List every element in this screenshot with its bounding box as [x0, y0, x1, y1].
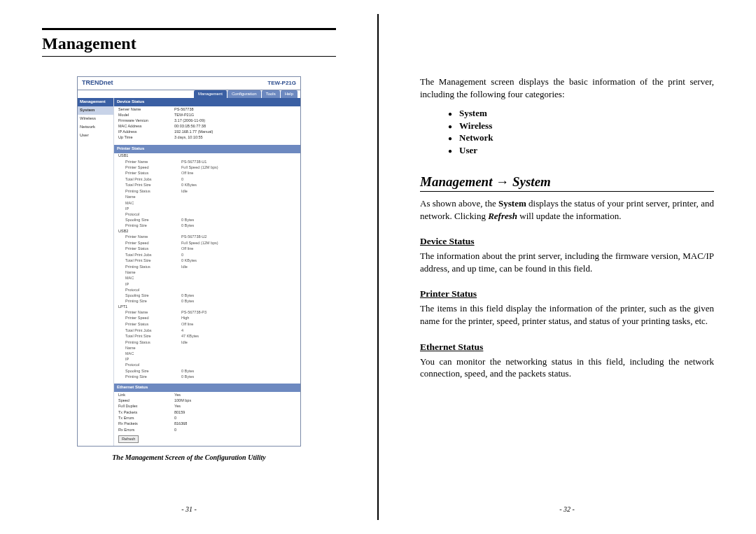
kv-row: Full DuplexYes — [114, 403, 300, 409]
heading-management: Management — [42, 33, 336, 56]
arrow-icon: → — [496, 174, 509, 189]
tab-management[interactable]: Management — [194, 90, 227, 99]
kv-row: MAC — [121, 276, 300, 281]
kv-row: Protocol — [121, 287, 300, 293]
heading-ethernet-status: Ethernet Status — [420, 342, 714, 353]
kv-row: IP — [121, 206, 300, 211]
kv-row: Total Print Jobs4 — [121, 328, 300, 333]
kv-row: MAC Address00:03:1B:56:77:38 — [114, 124, 300, 129]
screenshot-figure: TRENDnet TEW-P21G Management Configurati… — [77, 76, 301, 461]
kv-row: Printer StatusOff line — [121, 321, 300, 327]
kv-row: IP — [121, 281, 300, 287]
usb1-block: Printer NamePS-567738-U1Printer SpeedFul… — [114, 159, 300, 229]
ethernet-block: LinkYesSpeed100M bpsFull DuplexYesTx Pac… — [114, 392, 300, 433]
kv-row: Printer SpeedFull Speed (12M bps) — [121, 240, 300, 246]
page-right: The Management screen displays the basic… — [378, 0, 756, 534]
kv-row: Printing StatusIdle — [121, 265, 300, 270]
kv-row: LinkYes — [114, 392, 300, 398]
ethernet-status-bar: Ethernet Status — [114, 384, 300, 392]
kv-row: Speed100M bps — [114, 398, 300, 403]
refresh-button[interactable]: Refresh — [118, 435, 139, 443]
kv-row: Total Print Size0 KBytes — [121, 183, 300, 188]
sidebar-item-user[interactable]: User — [78, 132, 113, 140]
page-number-left: - 31 - — [0, 505, 378, 513]
printer-status-paragraph: The items in this field display the info… — [420, 302, 714, 327]
kv-row: Printing Size0 Bytes — [121, 298, 300, 304]
device-status-paragraph: The information about the print server, … — [420, 250, 714, 274]
kv-row: Total Print Size0 KBytes — [121, 258, 300, 263]
kv-row: Total Print Jobs0 — [121, 252, 300, 258]
kv-row: Spooling Size0 Bytes — [121, 217, 300, 223]
usb2-row: USB2 — [114, 229, 300, 234]
kv-row: MAC — [121, 351, 300, 357]
kv-row: Printing StatusIdle — [121, 339, 300, 345]
kv-row: Tx Packets80159 — [114, 410, 300, 416]
kv-row: Printer SpeedHigh — [121, 316, 300, 321]
device-status-block: Server NamePS-567738ModelTEW-P21GFirmwar… — [114, 106, 300, 141]
kv-row: Total Print Size47 KBytes — [121, 333, 300, 339]
page-left: Management TRENDnet TEW-P21G Management … — [0, 0, 378, 534]
sidebar-item-system[interactable]: System — [78, 106, 113, 115]
kv-row: Printing Size0 Bytes — [121, 223, 300, 229]
tab-help[interactable]: Help — [281, 90, 298, 99]
kv-row: IP Address192.168.1.77 (Manual) — [114, 129, 300, 135]
figure-caption: The Management Screen of the Configurati… — [77, 454, 301, 461]
kv-row: Server NamePS-567738 — [114, 106, 300, 112]
kv-row: Spooling Size0 Bytes — [121, 368, 300, 374]
lpt1-row: LPT1 — [114, 304, 300, 310]
usb2-block: Printer NamePS-567738-U2Printer SpeedFul… — [114, 234, 300, 304]
kv-row: Printer NamePS-567738-P3 — [121, 310, 300, 316]
kv-row: Printing Size0 Bytes — [121, 374, 300, 379]
kv-row: Up Time3 days, 10:10:55 — [114, 135, 300, 141]
rule-top — [42, 28, 336, 30]
kv-row: Firmware Version3.17 (2006-11-09) — [114, 118, 300, 124]
kv-row: MAC — [121, 200, 300, 206]
intro-paragraph: The Management screen displays the basic… — [420, 76, 714, 100]
kv-row: Name — [121, 346, 300, 351]
usb1-row: USB1 — [114, 153, 300, 159]
bullet-system: System — [448, 107, 714, 120]
kv-row: Tx Errors0 — [114, 416, 300, 421]
kv-row: Printer StatusOff line — [121, 246, 300, 251]
shot-sidebar: Management System Wireless Network User — [78, 98, 114, 446]
kv-row: Total Print Jobs0 — [121, 176, 300, 182]
sidebar-item-network[interactable]: Network — [78, 123, 113, 132]
heading-device-status: Device Status — [420, 236, 714, 247]
kv-row: Printer StatusOff line — [121, 170, 300, 176]
kv-row: Rx Packets816368 — [114, 421, 300, 427]
page-number-right: - 32 - — [378, 505, 756, 513]
printer-status-bar: Printer Status — [114, 145, 300, 153]
kv-row: Protocol — [121, 211, 300, 217]
brand-logo: TRENDnet — [82, 79, 113, 87]
heading-management-system: Management → System — [420, 174, 714, 192]
kv-row: Name — [121, 195, 300, 200]
shot-main: Device Status Server NamePS-567738ModelT… — [114, 98, 300, 446]
kv-row: IP — [121, 357, 300, 363]
top-tabs: Management Configuration Tools Help — [78, 90, 300, 99]
bullet-wireless: Wireless — [448, 120, 714, 132]
heading-printer-status: Printer Status — [420, 288, 714, 300]
kv-row: Printer NamePS-567738-U1 — [121, 159, 300, 164]
kv-row: Rx Errors0 — [114, 427, 300, 433]
config-utility-screenshot: TRENDnet TEW-P21G Management Configurati… — [77, 76, 301, 447]
device-model: TEW-P21G — [267, 80, 296, 87]
tab-configuration[interactable]: Configuration — [227, 90, 261, 99]
ethernet-status-paragraph: You can monitor the networking status in… — [420, 356, 714, 380]
bullet-user: User — [448, 144, 714, 157]
kv-row: Name — [121, 270, 300, 276]
shot-header: TRENDnet TEW-P21G — [78, 77, 300, 90]
kv-row: Protocol — [121, 363, 300, 368]
kv-row: Printer SpeedFull Speed (12M bps) — [121, 164, 300, 170]
rule-bottom — [42, 56, 336, 57]
tab-tools[interactable]: Tools — [262, 90, 280, 99]
sidebar-list: System Wireless Network User — [78, 106, 113, 139]
sidebar-item-wireless[interactable]: Wireless — [78, 115, 113, 123]
device-status-bar: Device Status — [114, 98, 300, 106]
kv-row: Printer NamePS-567738-U2 — [121, 234, 300, 240]
kv-row: Printing StatusIdle — [121, 189, 300, 195]
kv-row: Spooling Size0 Bytes — [121, 293, 300, 298]
system-paragraph: As shown above, the System displays the … — [420, 197, 714, 222]
kv-row: ModelTEW-P21G — [114, 112, 300, 118]
lpt1-block: Printer NamePS-567738-P3Printer SpeedHig… — [114, 310, 300, 380]
bullet-network: Network — [448, 132, 714, 144]
